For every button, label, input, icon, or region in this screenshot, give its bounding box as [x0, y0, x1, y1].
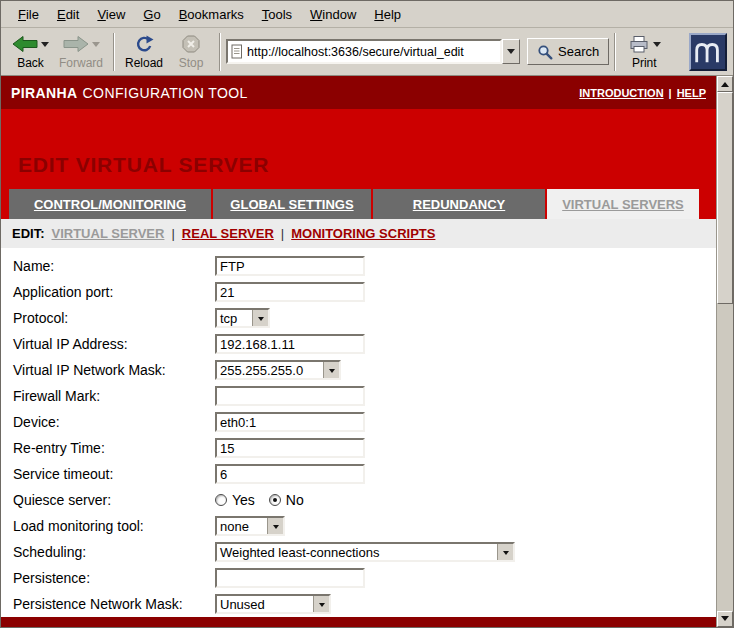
toolbar-separator — [219, 33, 221, 71]
device-field[interactable] — [215, 412, 365, 432]
arrow-down-icon — [721, 616, 729, 625]
back-button[interactable]: Back — [7, 30, 54, 74]
chevron-down-icon[interactable] — [323, 362, 339, 378]
stop-button: Stop — [168, 30, 214, 74]
select-value: Weighted least-connections — [217, 544, 497, 560]
chevron-down-icon[interactable] — [267, 518, 283, 534]
form-row: Quiesce server: Yes No — [13, 487, 716, 513]
form-row: Name: — [13, 253, 716, 279]
browser-window: File Edit View Go Bookmarks Tools Window… — [0, 0, 734, 628]
menu-help[interactable]: Help — [365, 3, 410, 26]
menu-view[interactable]: View — [88, 3, 134, 26]
back-icon — [12, 35, 38, 53]
chevron-down-icon — [507, 49, 515, 54]
scroll-down-button[interactable] — [717, 611, 733, 627]
search-button[interactable]: Search — [527, 38, 609, 65]
print-button[interactable]: Print — [621, 30, 667, 74]
field-label: Virtual IP Address: — [13, 336, 215, 352]
firewall-mark-field[interactable] — [215, 386, 365, 406]
tab-control-monitoring[interactable]: CONTROL/MONITORING — [9, 189, 211, 219]
app-header: PIRANHACONFIGURATION TOOL INTRODUCTION |… — [1, 76, 716, 109]
reload-button[interactable]: Reload — [120, 30, 168, 74]
field-label: Virtual IP Network Mask: — [13, 362, 215, 378]
subnav-separator: | — [171, 226, 174, 241]
quiesce-yes-radio[interactable] — [215, 494, 227, 506]
menu-bookmarks[interactable]: Bookmarks — [170, 3, 253, 26]
menu-window[interactable]: Window — [301, 3, 365, 26]
form-row: Re-entry Time: — [13, 435, 716, 461]
form-row: Load monitoring tool: none — [13, 513, 716, 539]
field-label: Re-entry Time: — [13, 440, 215, 456]
application-port-field[interactable] — [215, 282, 365, 302]
persistence-netmask-select[interactable]: Unused — [215, 594, 331, 614]
scroll-thumb[interactable] — [717, 92, 733, 304]
field-label: Load monitoring tool: — [13, 518, 215, 534]
virtual-ip-field[interactable] — [215, 334, 365, 354]
toolbar-separator — [614, 33, 616, 71]
chevron-down-icon[interactable] — [252, 310, 268, 326]
introduction-link[interactable]: INTRODUCTION — [579, 87, 663, 99]
chevron-down-icon[interactable] — [313, 596, 329, 612]
persistence-field[interactable] — [215, 568, 365, 588]
scroll-track[interactable] — [717, 304, 733, 611]
virtual-server-form: Name: Application port: Protocol: tcp Vi… — [1, 248, 716, 617]
back-label: Back — [17, 56, 44, 70]
tab-redundancy[interactable]: REDUNDANCY — [373, 189, 545, 219]
stop-label: Stop — [179, 56, 204, 70]
tab-bar: CONTROL/MONITORING GLOBAL SETTINGS REDUN… — [1, 189, 716, 219]
form-row: Firewall Mark: — [13, 383, 716, 409]
protocol-select[interactable]: tcp — [215, 308, 270, 328]
menu-edit[interactable]: Edit — [48, 3, 88, 26]
forward-label: Forward — [59, 56, 103, 70]
select-value: tcp — [217, 310, 252, 326]
print-dropdown-caret[interactable] — [653, 42, 661, 47]
url-bar — [226, 39, 502, 64]
chevron-down-icon[interactable] — [497, 544, 513, 560]
subnav-real-server-link[interactable]: REAL SERVER — [182, 226, 274, 241]
radio-label: No — [286, 492, 304, 508]
radio-label: Yes — [232, 492, 255, 508]
tab-global-settings[interactable]: GLOBAL SETTINGS — [213, 189, 371, 219]
edit-subnav: EDIT: VIRTUAL SERVER | REAL SERVER | MON… — [1, 219, 716, 248]
form-row: Device: — [13, 409, 716, 435]
quiesce-no-radio[interactable] — [269, 494, 281, 506]
forward-dropdown-caret — [92, 42, 100, 47]
forward-button: Forward — [54, 30, 108, 74]
load-monitoring-select[interactable]: none — [215, 516, 285, 536]
app-title: PIRANHACONFIGURATION TOOL — [11, 85, 248, 101]
reload-label: Reload — [125, 56, 163, 70]
browser-viewport: PIRANHACONFIGURATION TOOL INTRODUCTION |… — [1, 76, 733, 627]
form-row: Protocol: tcp — [13, 305, 716, 331]
field-label: Device: — [13, 414, 215, 430]
vip-netmask-select[interactable]: 255.255.255.0 — [215, 360, 341, 380]
menu-tools[interactable]: Tools — [253, 3, 301, 26]
vertical-scrollbar[interactable] — [716, 76, 733, 627]
tab-virtual-servers[interactable]: VIRTUAL SERVERS — [547, 189, 699, 219]
scroll-up-button[interactable] — [717, 76, 733, 92]
url-history-button[interactable] — [502, 39, 520, 64]
link-separator: | — [669, 87, 672, 99]
arrow-up-icon — [721, 78, 729, 87]
menu-go[interactable]: Go — [134, 3, 169, 26]
subnav-monitoring-scripts-link[interactable]: MONITORING SCRIPTS — [291, 226, 435, 241]
form-row: Virtual IP Network Mask: 255.255.255.0 — [13, 357, 716, 383]
page-icon — [231, 44, 243, 59]
field-label: Scheduling: — [13, 544, 215, 560]
mozilla-throbber[interactable] — [689, 33, 727, 71]
page-content: PIRANHACONFIGURATION TOOL INTRODUCTION |… — [1, 76, 716, 627]
form-row: Persistence Network Mask: Unused — [13, 591, 716, 617]
name-field[interactable] — [215, 256, 365, 276]
url-input[interactable] — [247, 45, 497, 59]
page-title: EDIT VIRTUAL SERVER — [18, 153, 269, 177]
back-dropdown-caret[interactable] — [41, 42, 49, 47]
navigation-toolbar: Back Forward Reload — [1, 28, 733, 76]
help-link[interactable]: HELP — [677, 87, 706, 99]
form-row: Persistence: — [13, 565, 716, 591]
subnav-virtual-server-link[interactable]: VIRTUAL SERVER — [52, 226, 165, 241]
menu-file[interactable]: File — [9, 3, 48, 26]
reentry-time-field[interactable] — [215, 438, 365, 458]
scheduling-select[interactable]: Weighted least-connections — [215, 542, 515, 562]
service-timeout-field[interactable] — [215, 464, 365, 484]
print-icon — [628, 35, 650, 53]
stop-icon — [182, 35, 200, 53]
